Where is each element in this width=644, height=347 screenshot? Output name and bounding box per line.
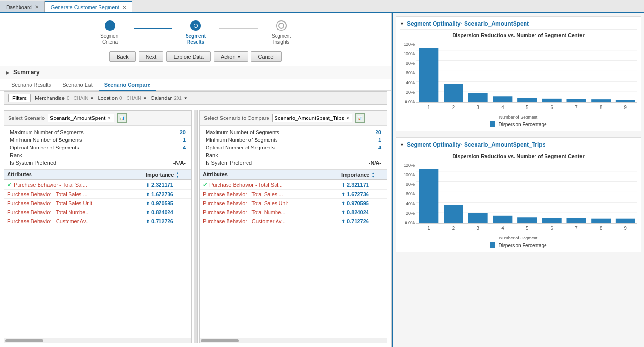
filters-button[interactable]: Filters: [8, 94, 31, 102]
scroll-thumb[interactable]: [201, 339, 239, 342]
location-filter[interactable]: Location 0 - CHAIN ▼: [98, 95, 147, 101]
tab-generate-segment-close[interactable]: ✕: [122, 5, 126, 10]
action-dropdown-arrow: ▼: [238, 55, 241, 59]
scroll-thumb[interactable]: [5, 339, 43, 342]
chart1-svg: 1 2 3 4 5 6 7 8 9: [416, 40, 637, 114]
stat-row: Is System Preferred -N/A-: [204, 159, 383, 167]
y-tick: 100%: [404, 51, 415, 56]
left-attr-body: ✔ Purchase Behavior - Total Sal... ⬆ 2.3…: [4, 180, 191, 338]
up-arrow-icon: ⬆: [146, 210, 149, 215]
svg-text:2: 2: [452, 225, 455, 230]
chart2-section: ▼ Segment Optimality- Scenario_AmountSpe…: [396, 137, 641, 252]
svg-text:7: 7: [575, 104, 578, 109]
up-arrow-icon: ⬆: [146, 192, 149, 197]
merchandise-filter[interactable]: Merchandise 0 - CHAIN ▼: [35, 95, 94, 101]
left-horizontal-scrollbar[interactable]: [4, 338, 191, 343]
next-button[interactable]: Next: [139, 51, 164, 62]
svg-text:6: 6: [551, 225, 554, 230]
list-item: ✔ Purchase Behavior - Total Sal... ⬆ 2.3…: [200, 180, 387, 190]
chart1-collapse-icon[interactable]: ▼: [400, 21, 404, 26]
step-results-label: SegmentResults: [186, 33, 206, 45]
svg-rect-37: [419, 169, 438, 223]
tab-dashboard-close[interactable]: ✕: [35, 4, 39, 10]
legend-box-icon: [490, 121, 495, 127]
calendar-filter[interactable]: Calendar 201 ▼: [151, 95, 188, 101]
right-importance-sort-icon[interactable]: ▲ ▼: [371, 171, 375, 178]
svg-point-2: [194, 24, 197, 27]
tab-dashboard[interactable]: Dashboard ✕: [0, 1, 45, 12]
tab-generate-segment[interactable]: Generate Customer Segment ✕: [45, 1, 132, 12]
svg-rect-15: [517, 98, 537, 102]
right-horizontal-scrollbar[interactable]: [200, 338, 387, 343]
up-arrow-icon: ⬆: [341, 201, 345, 206]
right-scenario-header: Select Scenario to Compare Scenario_Amou…: [200, 111, 387, 126]
svg-rect-11: [419, 48, 438, 102]
left-stats-table: Maximum Number of Segments 20 Minimum Nu…: [4, 126, 191, 170]
y-tick: 40%: [406, 201, 415, 206]
main-layout: SegmentCriteria SegmentResults SegmentIn…: [0, 13, 644, 347]
summary-triangle-icon: ▶: [6, 70, 10, 75]
svg-text:9: 9: [624, 104, 627, 109]
up-arrow-icon: ⬆: [146, 219, 149, 224]
step-insights-label: SegmentInsights: [272, 33, 291, 45]
chart2-header: ▼ Segment Optimality- Scenario_AmountSpe…: [400, 141, 637, 150]
tab-scenario-compare[interactable]: Scenario Compare: [99, 79, 156, 91]
chart1-legend: Dispersion Percentage: [400, 121, 637, 127]
up-arrow-icon: ⬆: [341, 192, 345, 197]
sub-tabs: Scenario Results Scenario List Scenario …: [0, 79, 391, 91]
svg-rect-19: [616, 100, 635, 102]
left-scenario-select[interactable]: Scenario_AmountSpent ▼: [48, 114, 114, 122]
stat-row: Optimal Number of Segments 4: [204, 144, 383, 151]
tab-scenario-list[interactable]: Scenario List: [57, 79, 99, 91]
y-tick: 0.0%: [405, 99, 415, 104]
right-attr-body: ✔ Purchase Behavior - Total Sal... ⬆ 2.3…: [200, 180, 387, 338]
back-button[interactable]: Back: [109, 51, 135, 62]
right-scenario-arrow-icon: ▼: [346, 116, 350, 120]
right-stats-table: Maximum Number of Segments 20 Minimum Nu…: [200, 126, 387, 170]
svg-text:5: 5: [526, 104, 529, 109]
step-results-circle: [190, 20, 201, 31]
left-scenario-chart-icon[interactable]: 📊: [117, 113, 127, 123]
chart1-section: ▼ Segment Optimality- Scenario_AmountSpe…: [396, 16, 641, 131]
list-item: Purchase Behavior - Total Sales Unit ⬆ 0…: [200, 199, 387, 208]
svg-rect-12: [444, 84, 463, 102]
check-icon: ✔: [203, 181, 208, 188]
cancel-button[interactable]: Cancel: [251, 51, 281, 62]
action-button[interactable]: Action ▼: [214, 51, 248, 62]
y-tick: 100%: [404, 172, 415, 177]
left-panel: SegmentCriteria SegmentResults SegmentIn…: [0, 13, 392, 347]
up-arrow-icon: ⬆: [146, 182, 149, 188]
list-item: Purchase Behavior - Total Sales ... ⬆ 1.…: [4, 190, 191, 199]
tab-scenario-results[interactable]: Scenario Results: [6, 79, 57, 91]
up-arrow-icon: ⬆: [341, 219, 345, 224]
step-insights: SegmentInsights: [258, 20, 305, 45]
up-arrow-icon: ⬆: [341, 210, 345, 215]
svg-text:7: 7: [575, 225, 578, 230]
chart2-title: Dispersion Reduction vs. Number of Segme…: [400, 153, 637, 159]
right-scenario-chart-icon[interactable]: 📊: [355, 113, 365, 123]
svg-rect-16: [542, 99, 562, 102]
left-scenario-header: Select Scenario Scenario_AmountSpent ▼ 📊: [4, 111, 191, 126]
explore-button[interactable]: Explore Data: [166, 51, 211, 62]
left-scenario-arrow-icon: ▼: [107, 116, 111, 120]
right-scenario-select[interactable]: Scenario_AmountSpent_Trips ▼: [272, 114, 352, 122]
right-attr-header: Attributes Importance ▲ ▼: [200, 170, 387, 180]
summary-bar[interactable]: ▶ Summary: [0, 66, 391, 79]
svg-rect-14: [493, 96, 512, 102]
svg-text:4: 4: [501, 225, 504, 230]
panel-divider: ⋮: [194, 110, 198, 343]
stat-row: Rank: [8, 151, 188, 159]
svg-rect-44: [591, 219, 611, 223]
svg-rect-40: [493, 216, 512, 223]
location-arrow-icon: ▼: [143, 96, 147, 100]
svg-text:1: 1: [427, 104, 430, 109]
list-item: Purchase Behavior - Total Numbe... ⬆ 0.8…: [200, 208, 387, 217]
left-attr-header: Attributes Importance ▲ ▼: [4, 170, 191, 180]
tab-bar: Dashboard ✕ Generate Customer Segment ✕: [0, 0, 644, 13]
chart2-collapse-icon[interactable]: ▼: [400, 142, 404, 147]
wizard-toolbar: Back Next Explore Data Action ▼ Cancel: [0, 48, 391, 66]
list-item: ✔ Purchase Behavior - Total Sal... ⬆ 2.3…: [4, 180, 191, 190]
stat-row: Rank: [204, 151, 383, 159]
step-criteria-label: SegmentCriteria: [100, 33, 119, 45]
importance-sort-icon[interactable]: ▲ ▼: [176, 171, 179, 178]
